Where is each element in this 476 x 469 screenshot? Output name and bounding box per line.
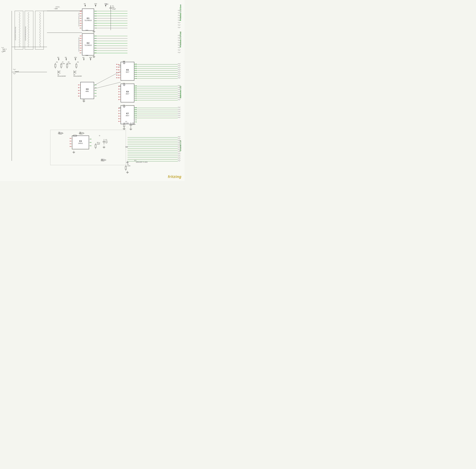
schematic-canvas (0, 0, 185, 181)
schematic-container: fritzing (0, 0, 185, 181)
fritzing-logo: fritzing (168, 175, 182, 179)
